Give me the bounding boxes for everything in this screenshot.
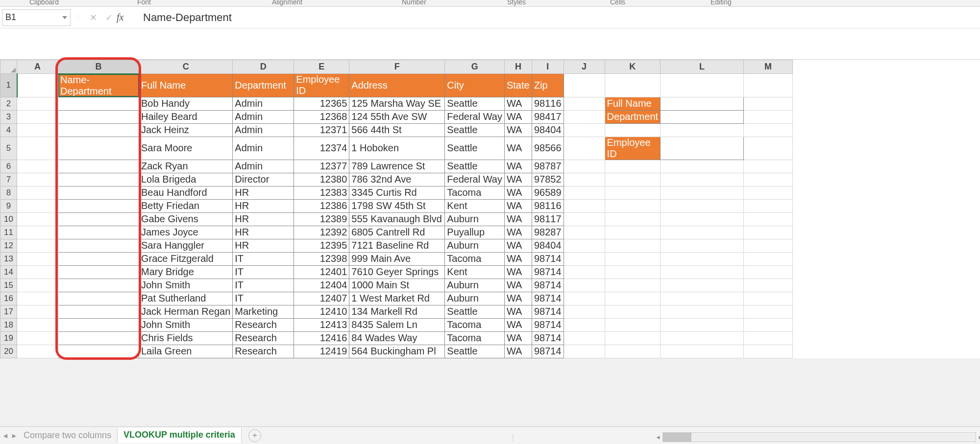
cell-H1[interactable]: State xyxy=(504,74,532,97)
cell-L19[interactable] xyxy=(661,331,744,345)
cell-A5[interactable] xyxy=(17,137,58,160)
cell-K16[interactable] xyxy=(605,292,661,305)
cell-C1[interactable]: Full Name xyxy=(139,74,233,97)
cell-M14[interactable] xyxy=(744,265,793,279)
cell-E11[interactable]: 12392 xyxy=(294,226,349,239)
cell-K17[interactable] xyxy=(605,305,661,318)
cell-K10[interactable] xyxy=(605,212,661,226)
cell-L14[interactable] xyxy=(661,265,744,279)
cell-H4[interactable]: WA xyxy=(504,123,532,137)
cell-H12[interactable]: WA xyxy=(504,239,532,252)
cell-I13[interactable]: 98714 xyxy=(532,252,564,265)
worksheet-grid[interactable]: ABCDEFGHIJKLM1Name-DepartmentFull NameDe… xyxy=(0,60,980,358)
row-header-5[interactable]: 5 xyxy=(0,137,17,160)
cell-I19[interactable]: 98714 xyxy=(532,331,564,345)
cell-G17[interactable]: Seattle xyxy=(445,305,505,318)
cell-H9[interactable]: WA xyxy=(504,199,532,212)
row-header-18[interactable]: 18 xyxy=(0,318,17,331)
cell-J4[interactable] xyxy=(564,123,605,137)
cell-E17[interactable]: 12410 xyxy=(294,305,349,318)
cell-C9[interactable]: Betty Friedan xyxy=(139,199,233,212)
cell-I17[interactable]: 98714 xyxy=(532,305,564,318)
row-header-8[interactable]: 8 xyxy=(0,186,17,199)
cell-L6[interactable] xyxy=(661,160,744,173)
cell-E9[interactable]: 12386 xyxy=(294,199,349,212)
cell-C13[interactable]: Grace Fitzgerald xyxy=(139,252,233,265)
row-header-13[interactable]: 13 xyxy=(0,252,17,265)
cell-C11[interactable]: James Joyce xyxy=(139,226,233,239)
cell-E8[interactable]: 12383 xyxy=(294,186,349,199)
row-header-3[interactable]: 3 xyxy=(0,110,17,123)
cell-A3[interactable] xyxy=(17,110,58,123)
cell-C6[interactable]: Zack Ryan xyxy=(139,160,233,173)
cell-H20[interactable]: WA xyxy=(504,345,532,358)
cell-E1[interactable]: Employee ID xyxy=(294,74,349,97)
cell-K11[interactable] xyxy=(605,226,661,239)
column-header-L[interactable]: L xyxy=(661,60,744,74)
row-header-2[interactable]: 2 xyxy=(0,97,17,110)
cell-J7[interactable] xyxy=(564,173,605,186)
cell-B14[interactable] xyxy=(58,265,139,279)
cell-I20[interactable]: 98714 xyxy=(532,345,564,358)
column-header-M[interactable]: M xyxy=(744,60,793,74)
cell-G10[interactable]: Auburn xyxy=(445,212,505,226)
row-header-9[interactable]: 9 xyxy=(0,199,17,212)
tab-nav-next-icon[interactable]: ► xyxy=(9,432,18,440)
cell-L10[interactable] xyxy=(661,212,744,226)
cell-H5[interactable]: WA xyxy=(504,137,532,160)
cell-J11[interactable] xyxy=(564,226,605,239)
sheet-tab-compare[interactable]: Compare two columns xyxy=(18,428,118,443)
cell-D7[interactable]: Director xyxy=(233,173,294,186)
cell-D17[interactable]: Marketing xyxy=(233,305,294,318)
row-header-12[interactable]: 12 xyxy=(0,239,17,252)
cell-C2[interactable]: Bob Handy xyxy=(139,97,233,110)
column-header-A[interactable]: A xyxy=(17,60,58,74)
cell-J20[interactable] xyxy=(564,345,605,358)
cell-F9[interactable]: 1798 SW 45th St xyxy=(349,199,445,212)
cell-E13[interactable]: 12398 xyxy=(294,252,349,265)
cell-C19[interactable]: Chris Fields xyxy=(139,331,233,345)
cell-G19[interactable]: Tacoma xyxy=(445,331,505,345)
cell-B18[interactable] xyxy=(58,318,139,331)
cell-D18[interactable]: Research xyxy=(233,318,294,331)
cell-F16[interactable]: 1 West Market Rd xyxy=(349,292,445,305)
cell-E19[interactable]: 12416 xyxy=(294,331,349,345)
horizontal-scrollbar[interactable]: ◄ ► xyxy=(662,432,976,442)
cell-B17[interactable] xyxy=(58,305,139,318)
cell-E14[interactable]: 12401 xyxy=(294,265,349,279)
cell-A10[interactable] xyxy=(17,212,58,226)
cell-K19[interactable] xyxy=(605,331,661,345)
tab-split-handle[interactable]: ⋮ xyxy=(510,434,517,441)
cell-L8[interactable] xyxy=(661,186,744,199)
scrollbar-thumb[interactable] xyxy=(663,433,691,442)
cell-F10[interactable]: 555 Kavanaugh Blvd xyxy=(349,212,445,226)
cell-E6[interactable]: 12377 xyxy=(294,160,349,173)
cell-F15[interactable]: 1000 Main St xyxy=(349,279,445,292)
cell-H8[interactable]: WA xyxy=(504,186,532,199)
column-header-C[interactable]: C xyxy=(139,60,233,74)
cell-I11[interactable]: 98287 xyxy=(532,226,564,239)
column-header-D[interactable]: D xyxy=(233,60,294,74)
cell-H7[interactable]: WA xyxy=(504,173,532,186)
cell-L13[interactable] xyxy=(661,252,744,265)
cell-D1[interactable]: Department xyxy=(233,74,294,97)
cell-E12[interactable]: 12395 xyxy=(294,239,349,252)
cell-B7[interactable] xyxy=(58,173,139,186)
cell-D15[interactable]: IT xyxy=(233,279,294,292)
select-all-corner[interactable] xyxy=(0,60,17,74)
cell-M15[interactable] xyxy=(744,279,793,292)
cell-K7[interactable] xyxy=(605,173,661,186)
cell-L7[interactable] xyxy=(661,173,744,186)
cell-D20[interactable]: Research xyxy=(233,345,294,358)
cell-E10[interactable]: 12389 xyxy=(294,212,349,226)
cell-G13[interactable]: Tacoma xyxy=(445,252,505,265)
row-header-11[interactable]: 11 xyxy=(0,226,17,239)
cell-B3[interactable] xyxy=(58,110,139,123)
row-header-20[interactable]: 20 xyxy=(0,345,17,358)
cell-A8[interactable] xyxy=(17,186,58,199)
cell-H11[interactable]: WA xyxy=(504,226,532,239)
cell-I5[interactable]: 98566 xyxy=(532,137,564,160)
cell-J9[interactable] xyxy=(564,199,605,212)
cell-B4[interactable] xyxy=(58,123,139,137)
cell-K4[interactable] xyxy=(605,123,661,137)
